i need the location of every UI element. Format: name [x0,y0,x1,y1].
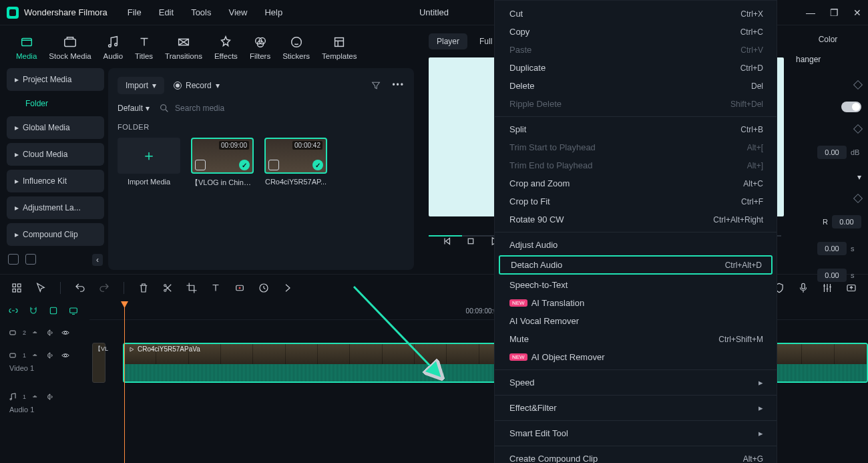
tree-compound-clip[interactable]: ▸Compound Clip [7,223,104,246]
link-icon[interactable] [8,305,19,316]
menu-tools[interactable]: Tools [191,7,211,17]
track-head-v1[interactable]: 1 [8,344,89,367]
tab-titles[interactable]: Titles [135,35,153,60]
undo-icon[interactable] [74,282,86,294]
export-icon[interactable] [845,282,857,294]
ctx-ai-object-remover[interactable]: NEWAI Object Remover [495,348,777,366]
pointer-icon[interactable] [35,282,47,294]
tree-adjustment-layer[interactable]: ▸Adjustment La... [7,196,104,219]
keyframe-icon[interactable] [853,124,863,134]
mic-icon[interactable] [797,282,809,294]
window-maximize-icon[interactable]: ❐ [830,7,839,18]
changer-label: hanger [792,52,864,67]
toggle-switch[interactable] [841,102,861,112]
new-bin-icon[interactable] [25,254,36,265]
db-value[interactable]: 0.00 [817,146,847,159]
search-input[interactable]: Search media [159,103,405,114]
prev-frame-icon[interactable] [441,235,453,247]
sort-default[interactable]: Default▾ [118,104,150,113]
tab-color[interactable]: Color [812,32,845,47]
tab-audio[interactable]: Audio [103,35,123,60]
app-logo-icon [7,7,19,19]
delete-icon[interactable] [138,282,150,294]
import-button[interactable]: Import▾ [118,77,164,94]
ctx-create-compound-clip[interactable]: Create Compound ClipAlt+G [495,450,777,463]
stop-icon[interactable] [465,235,477,247]
new-folder-icon[interactable] [8,254,19,265]
tab-transitions[interactable]: Transitions [165,35,202,60]
more-tools-icon[interactable] [282,282,294,294]
ctx-ai-vocal-remover[interactable]: AI Vocal Remover [495,312,777,330]
window-minimize-icon[interactable]: — [806,7,815,18]
keyframe-icon[interactable] [853,80,863,90]
import-media-tile[interactable]: ＋ Import Media [118,138,180,188]
clip-small[interactable]: 【VL [92,343,105,383]
ctx-adjust-audio[interactable]: Adjust Audio [495,236,777,254]
tv-icon[interactable] [68,305,79,316]
split-icon[interactable] [162,282,174,294]
crop-icon[interactable] [186,282,198,294]
filter-icon[interactable] [371,80,381,91]
marker-icon[interactable] [48,305,59,316]
tab-player[interactable]: Player [429,33,467,49]
ctx-paste: PasteCtrl+V [495,41,777,59]
ctx-delete[interactable]: DeleteDel [495,77,777,95]
menu-edit[interactable]: Edit [159,7,174,17]
tab-stock-media[interactable]: Stock Media [49,35,91,60]
ctx-rotate-90-cw[interactable]: Rotate 90 CWCtrl+Alt+Right [495,210,777,228]
svg-rect-12 [13,284,16,287]
mixer-icon[interactable] [821,282,833,294]
playhead[interactable] [124,301,125,463]
svg-point-31 [64,354,67,357]
ctx-effect-filter[interactable]: Effect&Filter▸ [495,399,777,417]
search-icon [159,103,170,114]
menu-file[interactable]: File [128,7,142,17]
ctx-copy[interactable]: CopyCtrl+C [495,23,777,41]
tree-cloud-media[interactable]: ▸Cloud Media [7,143,104,166]
ctx-split[interactable]: SplitCtrl+B [495,120,777,138]
ctx-speech-to-text[interactable]: Speech-to-Text [495,276,777,294]
value-3[interactable]: 0.00 [817,242,847,255]
svg-point-10 [161,105,166,110]
window-close-icon[interactable]: ✕ [853,7,861,18]
ctx-speed[interactable]: Speed▸ [495,373,777,392]
tab-templates[interactable]: Templates [322,35,357,60]
media-clip-2[interactable]: 00:00:42 CRo4ciY5R57AP... [264,138,327,188]
ctx-ai-translation[interactable]: NEWAI Translation [495,294,777,312]
tab-media[interactable]: Media [16,35,37,60]
magnet-icon[interactable] [28,305,39,316]
ctx-detach-audio[interactable]: Detach AudioCtrl+Alt+D [499,255,773,275]
tree-global-media[interactable]: ▸Global Media [7,116,104,139]
tree-folder[interactable]: Folder [7,95,104,112]
more-icon[interactable]: ••• [392,80,405,91]
svg-rect-9 [335,38,344,47]
record-button[interactable]: Record▾ [174,81,220,90]
ctx-crop-to-fit[interactable]: Crop to FitCtrl+F [495,192,777,210]
ctx-crop-and-zoom[interactable]: Crop and ZoomAlt+C [495,174,777,192]
media-tree: ▸Project Media Folder ▸Global Media ▸Clo… [7,68,108,270]
track-head-v2[interactable]: 2 [8,321,89,344]
ctx-mute[interactable]: MuteCtrl+Shift+M [495,330,777,348]
main-menu: File Edit Tools View Help [128,7,282,17]
collapse-tree-icon[interactable]: ‹ [92,254,103,266]
speed-icon[interactable] [258,282,270,294]
media-clip-1[interactable]: 00:09:00 【VLOG in Chine... [191,138,254,188]
menu-help[interactable]: Help [264,7,282,17]
ctx-duplicate[interactable]: DuplicateCtrl+D [495,59,777,77]
keyframe-icon[interactable] [853,194,863,203]
tab-stickers[interactable]: Stickers [282,35,310,60]
value-2[interactable]: 0.00 [832,215,861,228]
ctx-cut[interactable]: CutCtrl+X [495,5,777,23]
track-head-a1[interactable]: 1 [8,385,89,408]
tab-effects[interactable]: Effects [214,35,238,60]
tree-project-media[interactable]: ▸Project Media [7,68,104,91]
svg-point-19 [239,287,241,289]
redo-icon[interactable] [98,282,110,294]
tree-influence-kit[interactable]: ▸Influence Kit [7,170,104,192]
menu-view[interactable]: View [228,7,247,17]
layout-icon[interactable] [11,282,23,294]
ctx-smart-edit-tool[interactable]: Smart Edit Tool▸ [495,424,777,442]
record-tool-icon[interactable] [234,282,246,294]
tab-filters[interactable]: Filters [250,35,270,60]
text-icon[interactable] [210,282,222,294]
